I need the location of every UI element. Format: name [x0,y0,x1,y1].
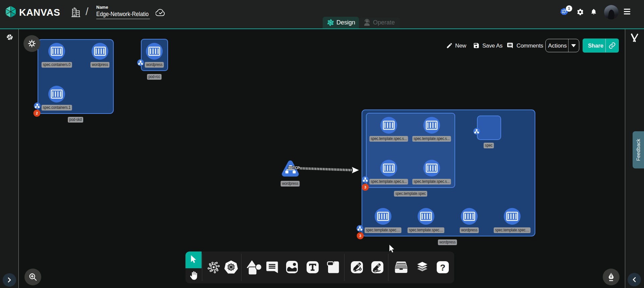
svg-text:?: ? [440,263,445,273]
